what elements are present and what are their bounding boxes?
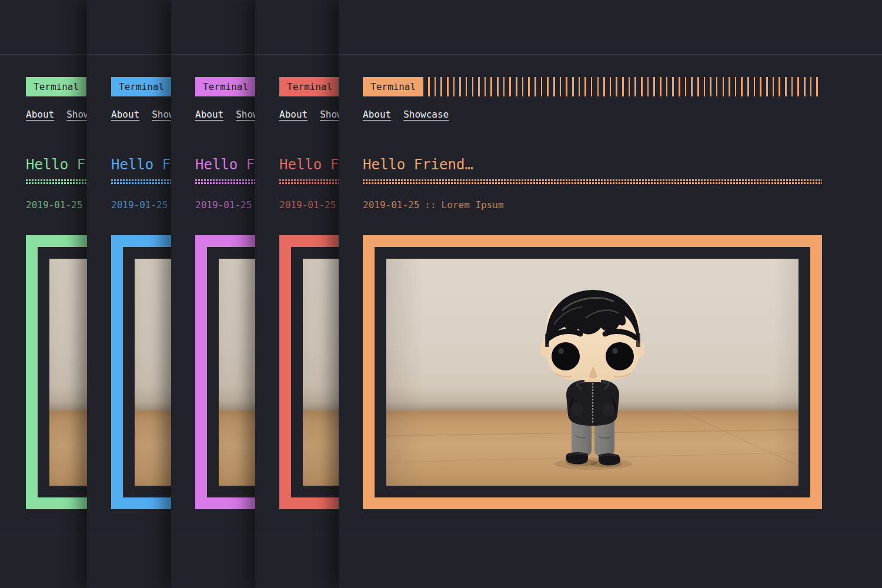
title-dotted-separator	[363, 179, 822, 184]
nav-link-about[interactable]: About	[26, 109, 54, 120]
post-title[interactable]: Hello Friend…	[363, 156, 473, 173]
post-date: 2019-01-25	[279, 199, 336, 211]
post-date: 2019-01-25	[195, 199, 252, 211]
nav-link-showcase[interactable]: Showcase	[403, 109, 449, 120]
header-decoration-bars	[428, 77, 822, 96]
post-category: Lorem Ipsum	[442, 199, 504, 211]
nav-link-about[interactable]: About	[195, 109, 223, 120]
site-logo[interactable]: Terminal	[26, 77, 86, 96]
page-top-divider	[339, 54, 882, 55]
post-date: 2019-01-25	[26, 199, 82, 211]
meta-separator: ::	[425, 199, 436, 211]
nav-link-about[interactable]: About	[279, 109, 308, 120]
post-image-frame	[363, 235, 822, 509]
nav-link-about[interactable]: About	[363, 109, 391, 120]
main-nav: About Showcase	[363, 109, 449, 120]
site-logo[interactable]: Terminal	[363, 77, 423, 96]
post-meta: 2019-01-25::Lorem Ipsum	[363, 199, 504, 211]
theme-panel-orange: Terminal About Showcase Hello Friend… 20…	[339, 0, 882, 588]
site-logo[interactable]: Terminal	[111, 77, 172, 96]
site-header: Terminal	[363, 77, 822, 96]
funko-figure-illustration	[386, 259, 799, 486]
site-logo[interactable]: Terminal	[279, 77, 340, 96]
page-bottom-divider	[339, 533, 882, 533]
nav-link-about[interactable]: About	[111, 109, 139, 120]
post-date: 2019-01-25	[363, 199, 419, 211]
site-logo[interactable]: Terminal	[195, 77, 256, 96]
funko-figure-photo	[386, 259, 799, 486]
post-date: 2019-01-25	[111, 199, 168, 211]
